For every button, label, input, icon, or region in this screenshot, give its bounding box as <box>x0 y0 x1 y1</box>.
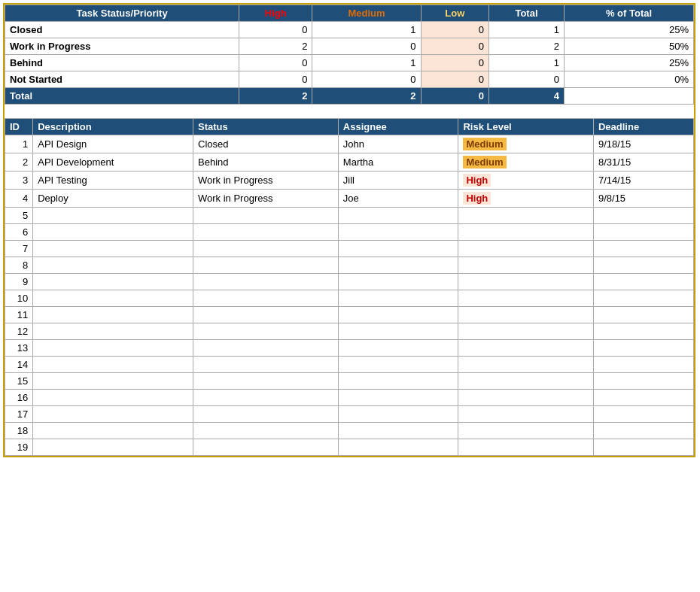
detail-row: 12 <box>5 323 694 340</box>
detail-deadline <box>593 357 693 373</box>
detail-row: 17 <box>5 406 694 423</box>
detail-assignee: Jill <box>338 172 458 190</box>
spreadsheet-container: Task Status/Priority High Medium Low Tot… <box>3 3 695 457</box>
detail-risk <box>458 357 594 373</box>
detail-description <box>33 290 193 307</box>
detail-description: API Development <box>33 153 193 172</box>
detail-id: 13 <box>5 340 33 357</box>
detail-row: 7 <box>5 241 694 257</box>
summary-low: 0 <box>421 55 488 71</box>
detail-deadline <box>593 241 693 257</box>
detail-row: 13 <box>5 340 694 357</box>
detail-assignee <box>338 406 458 423</box>
detail-deadline <box>593 323 693 340</box>
detail-assignee <box>338 208 458 224</box>
detail-assignee <box>338 390 458 406</box>
detail-id: 19 <box>5 439 33 456</box>
detail-assignee <box>338 307 458 323</box>
detail-id: 1 <box>5 135 33 153</box>
summary-medium: 0 <box>312 71 421 88</box>
summary-medium: 1 <box>312 22 421 38</box>
summary-high: 0 <box>239 71 312 88</box>
detail-risk <box>458 224 594 241</box>
detail-status <box>193 357 339 373</box>
detail-description <box>33 373 193 390</box>
detail-row: 14 <box>5 357 694 373</box>
summary-low: 0 <box>421 38 488 55</box>
header-total: Total <box>488 5 564 22</box>
summary-label: Not Started <box>5 71 239 88</box>
detail-row: 5 <box>5 208 694 224</box>
detail-risk <box>458 290 594 307</box>
detail-assignee <box>338 423 458 439</box>
summary-total-low: 0 <box>421 88 488 105</box>
detail-status <box>193 241 339 257</box>
detail-description: API Testing <box>33 172 193 190</box>
detail-deadline <box>593 307 693 323</box>
detail-risk <box>458 307 594 323</box>
detail-description: Deploy <box>33 190 193 208</box>
detail-description <box>33 390 193 406</box>
summary-label: Behind <box>5 55 239 71</box>
detail-description <box>33 423 193 439</box>
summary-row: Not Started 0 0 0 0 0% <box>5 71 694 88</box>
summary-low: 0 <box>421 71 488 88</box>
detail-risk: High <box>458 172 594 190</box>
header-low: Low <box>421 5 488 22</box>
detail-id: 17 <box>5 406 33 423</box>
summary-high: 2 <box>239 38 312 55</box>
detail-risk <box>458 390 594 406</box>
detail-risk <box>458 241 594 257</box>
detail-row: 6 <box>5 224 694 241</box>
summary-medium: 0 <box>312 38 421 55</box>
detail-description: API Design <box>33 135 193 153</box>
detail-deadline <box>593 340 693 357</box>
detail-status <box>193 290 339 307</box>
header-task-status: Task Status/Priority <box>5 5 239 22</box>
detail-deadline <box>593 290 693 307</box>
detail-risk <box>458 439 594 456</box>
detail-deadline <box>593 406 693 423</box>
detail-table: ID Description Status Assignee Risk Leve… <box>5 118 694 456</box>
summary-row: Behind 0 1 0 1 25% <box>5 55 694 71</box>
detail-id: 15 <box>5 373 33 390</box>
header-assignee: Assignee <box>338 119 458 135</box>
summary-pct: 0% <box>564 71 693 88</box>
detail-status <box>193 323 339 340</box>
summary-row: Closed 0 1 0 1 25% <box>5 22 694 38</box>
risk-badge: Medium <box>463 156 506 168</box>
detail-risk <box>458 208 594 224</box>
detail-status <box>193 373 339 390</box>
detail-deadline <box>593 423 693 439</box>
detail-header-row: ID Description Status Assignee Risk Leve… <box>5 119 694 135</box>
detail-status <box>193 274 339 290</box>
detail-risk <box>458 423 594 439</box>
risk-badge: High <box>463 174 491 187</box>
detail-assignee <box>338 241 458 257</box>
detail-deadline <box>593 208 693 224</box>
header-high: High <box>239 5 312 22</box>
summary-high: 0 <box>239 22 312 38</box>
detail-status: Closed <box>193 135 339 153</box>
detail-assignee <box>338 224 458 241</box>
spacer <box>5 105 694 118</box>
detail-status <box>193 224 339 241</box>
summary-medium: 1 <box>312 55 421 71</box>
detail-description <box>33 224 193 241</box>
header-pct: % of Total <box>564 5 693 22</box>
detail-row: 16 <box>5 390 694 406</box>
detail-assignee: John <box>338 135 458 153</box>
detail-row: 9 <box>5 274 694 290</box>
detail-risk <box>458 373 594 390</box>
summary-total-pct <box>564 88 693 105</box>
detail-row: 18 <box>5 423 694 439</box>
summary-total: 1 <box>488 22 564 38</box>
detail-assignee <box>338 323 458 340</box>
detail-id: 5 <box>5 208 33 224</box>
summary-low: 0 <box>421 22 488 38</box>
detail-deadline <box>593 390 693 406</box>
detail-row: 11 <box>5 307 694 323</box>
risk-badge: Medium <box>463 138 506 150</box>
summary-pct: 25% <box>564 55 693 71</box>
detail-deadline <box>593 274 693 290</box>
